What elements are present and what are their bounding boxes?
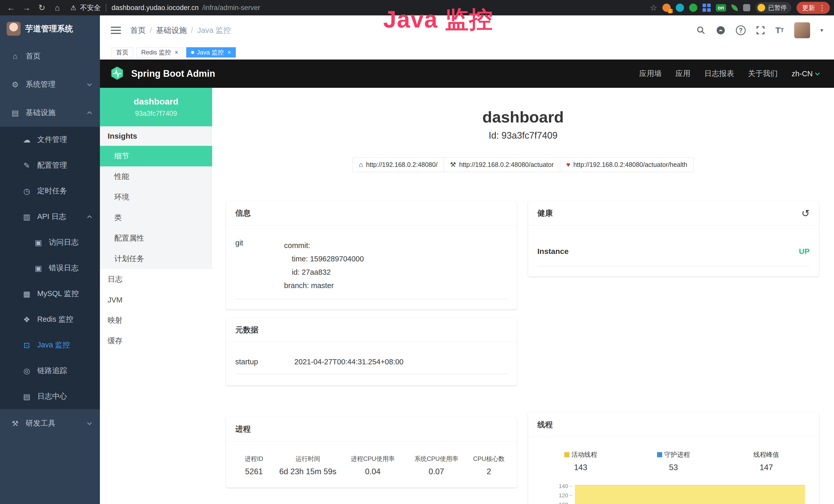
sidebar-item-mysql-monitor[interactable]: ▦ MySQL 监控 (0, 281, 100, 306)
history-icon[interactable]: ↺ (802, 208, 810, 219)
sidebar-item-label: 定时任务 (37, 186, 67, 196)
caret-down-icon[interactable]: ▾ (820, 27, 823, 33)
actuator-url-button[interactable]: ⚒ http://192.168.0.2:48080/actuator (444, 157, 560, 172)
sidebar-item-java-monitor[interactable]: ⊡ Java 监控 (0, 332, 100, 358)
puzzle-extensions-icon[interactable] (743, 4, 750, 11)
fox-extension-icon[interactable]: 1 (662, 4, 671, 12)
tab-redis-monitor[interactable]: Redis 监控 × (136, 47, 183, 58)
sidebar-item-error-logs[interactable]: ▣ 错误日志 (0, 255, 100, 281)
tab-home[interactable]: 首页 (111, 47, 133, 58)
url-host[interactable]: dashboard.yudao.iocoder.cn (111, 4, 199, 12)
green-extension-icon[interactable] (689, 4, 697, 12)
sba-menu-classes[interactable]: 类 (100, 207, 212, 228)
sidebar-item-label: 配置管理 (37, 160, 67, 170)
update-button[interactable]: 更新 ⋮ (796, 2, 830, 14)
process-col-header: 系统CPU使用率 (404, 455, 468, 463)
sba-menu-details[interactable]: 细节 (100, 146, 212, 166)
sba-menu-config-props[interactable]: 配置属性 (100, 228, 212, 249)
breadcrumb-home[interactable]: 首页 (130, 25, 146, 36)
fullscreen-icon[interactable] (756, 26, 765, 35)
url-path[interactable]: /infra/admin-server (202, 4, 260, 12)
topbar-actions: ? TT ▾ (696, 22, 823, 38)
screen-icon: ⊡ (22, 341, 31, 350)
sidebar-item-log-center[interactable]: ▤ 日志中心 (0, 384, 100, 409)
sba-menu-scheduled-tasks[interactable]: 计划任务 (100, 249, 212, 269)
on-extension-badge[interactable]: on (716, 4, 726, 12)
sba-menu-jvm[interactable]: JVM (100, 290, 212, 310)
close-icon[interactable]: × (175, 49, 178, 56)
chevron-down-icon (87, 82, 92, 86)
browser-menu-icon[interactable]: ⋮ (818, 4, 826, 12)
document-icon: ▣ (34, 238, 43, 247)
sba-menu-performance[interactable]: 性能 (100, 166, 212, 187)
sba-menu-caches[interactable]: 缓存 (100, 331, 212, 351)
sba-nav-applications[interactable]: 应用 (676, 69, 690, 79)
address-bar[interactable]: ⚠ 不安全 dashboard.yudao.iocoder.cn/infra/a… (70, 3, 260, 12)
home-icon: ⌂ (359, 161, 363, 169)
breadcrumb-separator: / (150, 26, 152, 35)
sidebar-item-access-logs[interactable]: ▣ 访问日志 (0, 230, 100, 255)
sba-nav-about[interactable]: 关于我们 (748, 69, 778, 79)
sidebar-item-infrastructure[interactable]: ▤ 基础设施 (0, 98, 100, 127)
sidebar-item-label: 链路追踪 (37, 366, 67, 376)
sba-menu-environment[interactable]: 环境 (100, 187, 212, 207)
sidebar-item-dev-tools[interactable]: ⚒ 研发工具 (0, 409, 100, 437)
tab-java-monitor[interactable]: Java 监控 × (186, 47, 236, 58)
process-table: 进程ID 5261 运行时间 6d 23h 15m 59s 进程CPU使用率 (233, 455, 510, 476)
grid-extension-icon[interactable] (702, 4, 711, 12)
github-icon[interactable] (716, 25, 726, 35)
health-url-button[interactable]: ♥ http://192.168.0.2:48080/actuator/heal… (560, 157, 694, 172)
close-icon[interactable]: × (227, 49, 231, 56)
sba-menu-mappings[interactable]: 映射 (100, 310, 212, 331)
font-size-icon[interactable]: TT (775, 26, 784, 35)
y-tick: 140 (559, 483, 568, 489)
sidebar-item-api-logs[interactable]: ▥ API 日志 (0, 204, 100, 230)
avatar[interactable] (794, 22, 810, 38)
app-logo (7, 22, 21, 36)
process-col-header: 运行时间 (275, 455, 341, 463)
security-label[interactable]: 不安全 (80, 3, 101, 12)
forward-icon[interactable]: → (20, 3, 33, 13)
sidebar-item-home[interactable]: ⌂ 首页 (0, 42, 100, 70)
chevron-down-icon (87, 420, 92, 425)
help-icon[interactable]: ? (736, 25, 746, 35)
sidebar-item-scheduled-jobs[interactable]: ◷ 定时任务 (0, 178, 100, 204)
log-icon: ▥ (22, 212, 31, 221)
sidebar-item-label: API 日志 (37, 211, 66, 222)
paused-indicator[interactable]: 已暂停 (755, 2, 791, 13)
git-time-line: time: 1596289704000 (284, 252, 364, 266)
instance-header[interactable]: dashboard 93a3fc7f7409 (100, 88, 212, 126)
app-sidebar: 芋道管理系统 ⌂ 首页 ⚙ 系统管理 ▤ 基础设施 ☁ 文件管理 ✎ 配置管理 … (0, 16, 100, 504)
locale-selector[interactable]: zh-CN (792, 70, 819, 78)
breadcrumb-infrastructure[interactable]: 基础设施 (156, 25, 187, 36)
app-logo-row[interactable]: 芋道管理系统 (0, 16, 100, 42)
paused-label: 已暂停 (768, 4, 787, 12)
legend-label: 守护进程 (664, 450, 690, 459)
drop-extension-icon[interactable] (676, 4, 684, 12)
sidebar-item-tracing[interactable]: ◎ 链路追踪 (0, 358, 100, 384)
sba-menu-logs[interactable]: 日志 (100, 269, 212, 290)
sidebar-item-system-manage[interactable]: ⚙ 系统管理 (0, 70, 100, 98)
leaf-extension-icon[interactable] (731, 4, 738, 11)
y-tick: 100 (559, 501, 568, 504)
sidebar-item-config-manage[interactable]: ✎ 配置管理 (0, 153, 100, 178)
chevron-up-icon (87, 111, 92, 116)
sidebar-item-file-manage[interactable]: ☁ 文件管理 (0, 127, 100, 153)
active-dot (191, 51, 194, 54)
hamburger-icon[interactable] (111, 27, 121, 34)
startup-label: startup (235, 358, 294, 366)
home-icon[interactable]: ⌂ (51, 3, 64, 13)
bookmark-star-icon[interactable]: ☆ (650, 3, 657, 13)
back-icon[interactable]: ← (5, 3, 18, 13)
reload-icon[interactable]: ↻ (36, 3, 48, 13)
sba-nav-wallboard[interactable]: 应用墙 (639, 69, 662, 79)
process-col-header: 进程CPU使用率 (341, 455, 404, 463)
base-url-button[interactable]: ⌂ http://192.168.0.2:48080/ (352, 157, 444, 172)
legend-swatch-live (564, 452, 569, 457)
sidebar-item-label: 研发工具 (26, 418, 56, 429)
breadcrumb-current: Java 监控 (197, 25, 231, 36)
search-icon[interactable] (696, 26, 706, 35)
sidebar-item-redis-monitor[interactable]: ❖ Redis 监控 (0, 306, 100, 332)
sba-nav-journal[interactable]: 日志报表 (704, 69, 734, 79)
sba-nav: 应用墙 应用 日志报表 关于我们 zh-CN (639, 69, 819, 79)
